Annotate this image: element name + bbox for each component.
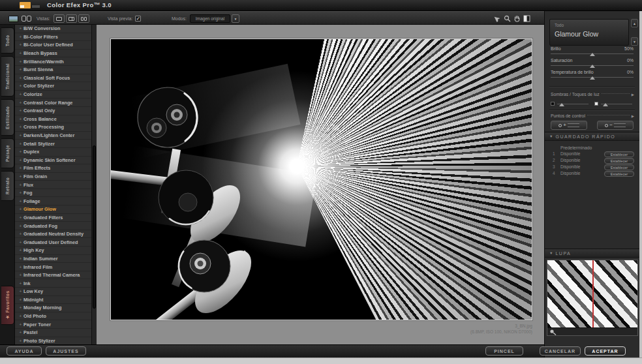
slider-handle[interactable] bbox=[603, 103, 608, 106]
filter-item[interactable]: + Old Photo bbox=[15, 312, 91, 321]
mode-dropdown-arrow[interactable]: ▼ bbox=[232, 14, 239, 23]
filter-item[interactable]: + Bi-Color User Defined bbox=[15, 41, 91, 50]
plus-icon: + bbox=[18, 322, 23, 327]
filter-item[interactable]: + High Key bbox=[15, 247, 91, 255]
filter-next-button[interactable]: ▼ bbox=[631, 37, 638, 46]
filter-item[interactable]: + Glamour Glow bbox=[15, 205, 91, 214]
filter-item[interactable]: + Cross Processing bbox=[15, 123, 91, 132]
filter-item[interactable]: + Color Stylizer bbox=[15, 82, 91, 91]
side-by-side-view-button[interactable] bbox=[78, 14, 89, 23]
tab-paisaje[interactable]: Paisaje bbox=[1, 138, 14, 168]
filter-item[interactable]: + Film Grain bbox=[15, 173, 91, 181]
establecer-button[interactable]: Establecer bbox=[604, 158, 634, 164]
filter-item[interactable]: + Midnight bbox=[15, 296, 91, 305]
slider-handle[interactable] bbox=[590, 76, 595, 80]
filter-item[interactable]: + Indian Summer bbox=[15, 255, 91, 264]
plus-icon: + bbox=[18, 142, 23, 146]
filter-item[interactable]: + Classical Soft Focus bbox=[15, 74, 91, 83]
shadows-slider[interactable] bbox=[557, 104, 588, 104]
scrollbar-thumb[interactable] bbox=[93, 145, 96, 309]
filter-item[interactable]: + Darken/Lighten Center bbox=[15, 132, 91, 140]
filter-item[interactable]: + Photo Stylizer bbox=[15, 337, 91, 344]
ayuda-button[interactable]: AYUDA bbox=[7, 346, 42, 356]
ajustes-button[interactable]: AJUSTES bbox=[46, 346, 86, 356]
filter-item[interactable]: + Graduated User Defined bbox=[15, 238, 91, 247]
pincel-button[interactable]: PINCEL bbox=[485, 346, 523, 356]
mode-dropdown[interactable]: Imagen original bbox=[190, 14, 230, 23]
shadows-highlights-header[interactable]: Sombras / Toques de luz▶ bbox=[551, 91, 634, 97]
quick-save-default[interactable]: Predeterminado bbox=[560, 145, 592, 150]
control-point-icon bbox=[605, 124, 608, 127]
control-points-header[interactable]: Puntos de control▶ bbox=[551, 113, 634, 119]
filter-item[interactable]: + Bleach Bypass bbox=[15, 50, 91, 58]
loupe-header[interactable]: ▼ LUPA bbox=[545, 249, 640, 258]
pin-icon[interactable] bbox=[549, 329, 557, 335]
slider-handle[interactable] bbox=[590, 65, 595, 68]
browser-icon[interactable] bbox=[22, 16, 32, 22]
remove-control-point-button[interactable]: − bbox=[597, 121, 634, 130]
filter-selector[interactable]: Todo Glamour Glow bbox=[549, 19, 629, 46]
filter-item[interactable]: + Film Effects bbox=[15, 164, 91, 173]
filter-prev-button[interactable]: ▲ bbox=[631, 19, 638, 27]
filter-item[interactable]: + Brilliance/Warmth bbox=[15, 57, 91, 66]
filter-item[interactable]: + Ink bbox=[15, 279, 91, 288]
filter-item[interactable]: + Foliage bbox=[15, 197, 91, 205]
filter-item[interactable]: + Graduated Filters bbox=[15, 214, 91, 222]
image-preview[interactable] bbox=[110, 38, 532, 320]
saturacion-slider[interactable] bbox=[551, 65, 634, 66]
brillo-slider[interactable] bbox=[551, 53, 634, 54]
establecer-button[interactable]: Establecer bbox=[604, 164, 634, 170]
category-tabstrip: Todo Tradicional Estilizado Paisaje Retr… bbox=[0, 25, 14, 344]
filter-item[interactable]: + Paper Toner bbox=[15, 320, 91, 329]
filter-item[interactable]: + Fog bbox=[15, 189, 91, 198]
tab-retrato[interactable]: Retrato bbox=[1, 171, 14, 201]
vista-previa-checkbox[interactable]: ✓ bbox=[135, 16, 141, 22]
single-view-button[interactable] bbox=[54, 14, 65, 23]
filter-list-scrollbar[interactable] bbox=[91, 25, 97, 344]
filter-item[interactable]: + Detail Stylizer bbox=[15, 140, 91, 148]
plus-icon: + bbox=[18, 108, 23, 113]
filter-item[interactable]: + Dynamic Skin Softener bbox=[15, 157, 91, 165]
filter-item[interactable]: + Bi-Color Filters bbox=[15, 33, 91, 42]
plus-icon: + bbox=[18, 330, 23, 335]
background-color-icon[interactable] bbox=[523, 14, 531, 23]
tab-estilizado[interactable]: Estilizado bbox=[1, 99, 14, 136]
slider-handle[interactable] bbox=[559, 103, 564, 106]
establecer-button[interactable]: Establecer bbox=[604, 171, 634, 177]
split-view-button[interactable] bbox=[66, 14, 77, 23]
aceptar-button[interactable]: ACEPTAR bbox=[585, 346, 626, 356]
filter-item[interactable]: + Colorize bbox=[15, 91, 91, 99]
select-arrow-icon[interactable] bbox=[493, 14, 502, 23]
filter-item[interactable]: + Infrared Thermal Camera bbox=[15, 271, 91, 280]
quick-save-header[interactable]: ▼ GUARDADO RÁPIDO bbox=[545, 132, 640, 141]
filter-item[interactable]: + Graduated Neutral Density bbox=[15, 230, 91, 239]
tab-favoritos[interactable]: ★ Favoritos bbox=[1, 286, 14, 325]
slider-value: 50% bbox=[624, 46, 634, 52]
filter-item[interactable]: + Contrast Only bbox=[15, 107, 91, 115]
image-thumbnail-icon[interactable] bbox=[8, 16, 18, 22]
add-control-point-button[interactable]: + bbox=[551, 121, 587, 130]
filter-item[interactable]: + Low Key bbox=[15, 288, 91, 296]
filter-item[interactable]: + Graduated Fog bbox=[15, 222, 91, 230]
filter-item[interactable]: + Contrast Color Range bbox=[15, 99, 91, 107]
highlights-slider[interactable] bbox=[601, 104, 632, 104]
tab-todo[interactable]: Todo bbox=[1, 27, 14, 53]
filter-item[interactable]: + Flux bbox=[15, 181, 91, 189]
filter-item[interactable]: + B/W Conversion bbox=[15, 25, 91, 33]
loupe-image[interactable] bbox=[547, 260, 637, 327]
filter-item[interactable]: + Infrared Film bbox=[15, 263, 91, 271]
cancelar-button[interactable]: CANCELAR bbox=[540, 346, 581, 356]
filter-item[interactable]: + Cross Balance bbox=[15, 115, 91, 124]
temperatura-slider[interactable] bbox=[551, 77, 634, 78]
filter-item[interactable]: + Duplex bbox=[15, 148, 91, 157]
zoom-icon[interactable] bbox=[503, 14, 512, 23]
filter-sidebar: Todo Tradicional Estilizado Paisaje Retr… bbox=[0, 25, 97, 344]
plus-icon: + bbox=[18, 289, 23, 294]
pan-hand-icon[interactable] bbox=[513, 14, 521, 23]
filter-item[interactable]: + Burnt Sienna bbox=[15, 66, 91, 74]
slider-handle[interactable] bbox=[590, 53, 595, 56]
tab-tradicional[interactable]: Tradicional bbox=[1, 56, 14, 97]
establecer-button[interactable]: Establecer bbox=[604, 151, 634, 157]
filter-item[interactable]: + Monday Morning bbox=[15, 304, 91, 312]
filter-item[interactable]: + Pastel bbox=[15, 329, 91, 337]
